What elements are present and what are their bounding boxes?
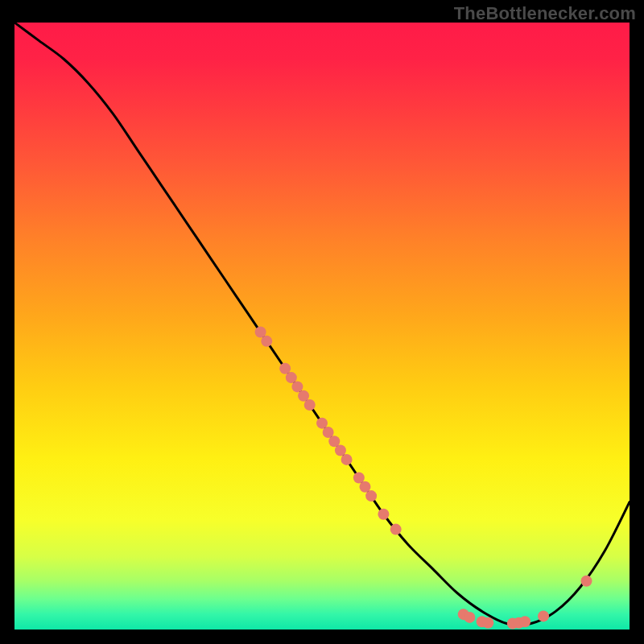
data-marker <box>261 336 272 347</box>
watermark-text: TheBottlenecker.com <box>454 3 636 24</box>
chart-stage: TheBottlenecker.com <box>0 0 644 644</box>
data-marker <box>390 524 402 535</box>
data-marker <box>519 616 530 627</box>
data-marker <box>538 610 549 621</box>
data-marker <box>365 490 377 502</box>
data-marker <box>304 399 316 411</box>
data-marker <box>341 454 353 465</box>
gradient-curve-chart <box>14 23 630 630</box>
gradient-background <box>14 23 630 630</box>
data-marker <box>581 576 592 587</box>
data-marker <box>378 509 389 520</box>
data-marker <box>482 617 493 629</box>
plot-area <box>14 23 630 630</box>
data-marker <box>464 612 475 623</box>
